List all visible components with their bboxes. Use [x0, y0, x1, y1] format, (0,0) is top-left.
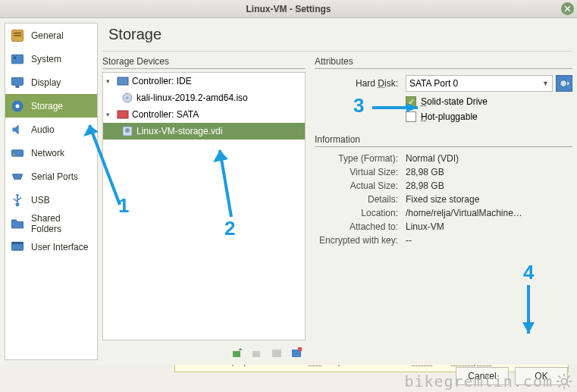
gear-icon: [556, 373, 572, 390]
svg-line-7: [559, 385, 561, 387]
svg-rect-12: [14, 32, 21, 33]
usb-icon: [10, 193, 25, 208]
sidebar-item-network[interactable]: Network: [5, 141, 97, 165]
svg-point-25: [16, 193, 18, 196]
hotpluggable-checkbox[interactable]: [406, 111, 416, 122]
network-icon: [10, 146, 25, 161]
svg-point-19: [16, 104, 20, 108]
ide-disc-item[interactable]: kali-linux-2019.2-amd64.iso: [103, 89, 305, 106]
info-value: Linux-VM: [406, 221, 572, 232]
storage-devices-heading: Storage Devices: [102, 55, 306, 69]
storage-devices-tree[interactable]: ▾ Controller: IDE kali-linux-2019.2-amd6…: [102, 72, 306, 340]
svg-rect-16: [12, 77, 24, 85]
tree-label: kali-linux-2019.2-amd64.iso: [136, 93, 248, 103]
sidebar-item-usb[interactable]: USB: [5, 188, 97, 212]
svg-rect-22: [15, 154, 17, 155]
hard-disk-label: Hard Disk:: [315, 78, 406, 89]
info-value: Normal (VDI): [406, 153, 572, 164]
sidebar-item-label: Storage: [31, 101, 63, 111]
serial-icon: [10, 169, 25, 184]
sidebar-item-audio[interactable]: Audio: [5, 118, 97, 141]
svg-rect-13: [14, 35, 21, 36]
info-value: 28,98 GB: [406, 167, 572, 177]
divider: [102, 51, 572, 52]
hard-disk-select[interactable]: SATA Port 0 ▼: [406, 75, 553, 92]
sidebar-item-system[interactable]: System: [5, 47, 97, 71]
sidebar-item-label: Audio: [31, 124, 55, 135]
information-heading: Information: [315, 133, 572, 147]
expand-icon: ▾: [106, 111, 114, 118]
storage-toolbar: [102, 340, 306, 360]
sidebar-item-label: System: [31, 54, 61, 64]
close-icon: [564, 5, 571, 12]
sidebar-item-serial-ports[interactable]: Serial Ports: [5, 165, 97, 188]
svg-rect-29: [12, 242, 24, 244]
info-label: Attached to:: [315, 221, 406, 232]
info-label: Location:: [315, 208, 406, 218]
general-icon: [10, 28, 25, 43]
info-value: --: [406, 235, 572, 246]
hotpluggable-label: Hot-pluggable: [421, 111, 478, 122]
sidebar-item-display[interactable]: Display: [5, 71, 97, 94]
hdd-icon: [121, 125, 133, 137]
info-label: Actual Size:: [315, 180, 406, 191]
sidebar-item-user-interface[interactable]: User Interface: [5, 235, 97, 259]
remove-attachment-button[interactable]: [289, 345, 304, 360]
svg-rect-36: [233, 351, 240, 357]
folder-icon: [10, 216, 25, 231]
svg-rect-21: [13, 154, 14, 155]
info-value: /home/relja/VirtualMachine…: [406, 208, 572, 218]
svg-line-5: [559, 376, 561, 378]
svg-point-35: [125, 128, 130, 133]
controller-ide[interactable]: ▾ Controller: IDE: [103, 73, 305, 89]
info-value: 28,98 GB: [406, 180, 572, 191]
choose-disk-button[interactable]: [556, 75, 572, 92]
watermark: bikegremlin.com: [404, 372, 572, 390]
info-label: Type (Format):: [315, 153, 406, 164]
add-controller-button[interactable]: [230, 345, 245, 360]
expand-icon: ▾: [106, 77, 114, 85]
settings-sidebar: General System Display Storage Audio Net…: [5, 23, 98, 360]
controller-sata[interactable]: ▾ Controller: SATA: [103, 106, 305, 123]
svg-rect-14: [12, 55, 24, 64]
ui-icon: [10, 240, 25, 255]
display-icon: [10, 75, 25, 90]
tree-label: Controller: SATA: [132, 109, 199, 120]
remove-controller-button[interactable]: [249, 345, 265, 360]
tree-label: Linux-VM-storage.vdi: [136, 126, 222, 136]
info-label: Virtual Size:: [315, 167, 406, 177]
sidebar-item-label: Serial Ports: [31, 171, 78, 182]
tree-label: Controller: IDE: [132, 76, 192, 86]
system-icon: [10, 52, 25, 67]
sidebar-item-label: Display: [31, 77, 61, 88]
sidebar-item-shared-folders[interactable]: Shared Folders: [5, 212, 97, 235]
sidebar-item-general[interactable]: General: [5, 24, 97, 47]
svg-rect-15: [14, 56, 16, 58]
page-title: Storage: [102, 23, 572, 51]
svg-point-32: [127, 97, 129, 99]
info-label: Encrypted with key:: [315, 235, 406, 246]
sidebar-item-label: Network: [31, 148, 64, 158]
info-label: Details:: [315, 194, 406, 205]
svg-rect-38: [272, 350, 281, 357]
svg-point-41: [560, 80, 567, 87]
storage-icon: [10, 99, 25, 114]
sata-hdd-item[interactable]: Linux-VM-storage.vdi: [103, 123, 305, 140]
close-button[interactable]: [561, 2, 574, 15]
svg-rect-17: [16, 86, 20, 88]
select-value: SATA Port 0: [409, 78, 458, 89]
sidebar-item-label: USB: [31, 195, 50, 205]
svg-line-8: [568, 376, 570, 378]
svg-line-6: [568, 385, 570, 387]
main-panel: Storage Storage Devices ▾ Controller: ID…: [102, 23, 572, 360]
ssd-checkbox[interactable]: ✓: [406, 96, 416, 107]
svg-point-0: [561, 378, 566, 384]
svg-rect-37: [252, 351, 260, 357]
sidebar-item-label: User Interface: [31, 242, 88, 252]
sidebar-item-storage[interactable]: Storage: [5, 94, 97, 118]
add-attachment-button[interactable]: [269, 345, 284, 360]
svg-rect-33: [118, 111, 128, 118]
window-title: Linux-VM - Settings: [246, 4, 331, 14]
info-value: Fixed size storage: [406, 194, 572, 205]
sidebar-item-label: General: [31, 30, 64, 41]
